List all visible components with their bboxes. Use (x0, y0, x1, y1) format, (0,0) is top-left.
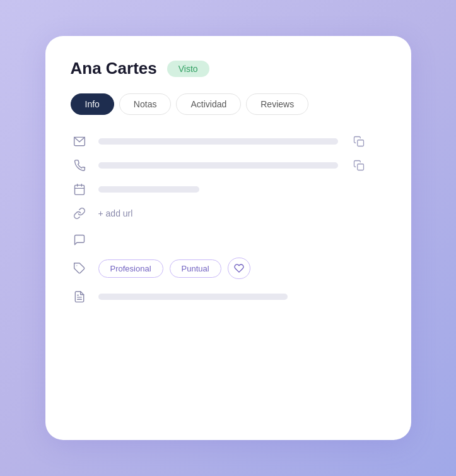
calendar-row (71, 183, 386, 196)
email-row (71, 135, 386, 148)
tab-reviews[interactable]: Reviews (246, 93, 308, 115)
tab-bar: Info Notas Actividad Reviews (71, 93, 386, 115)
phone-field (98, 162, 338, 169)
tag-profesional[interactable]: Profesional (98, 259, 163, 278)
comment-row (71, 231, 386, 246)
svg-rect-3 (74, 185, 84, 194)
email-copy-button[interactable] (353, 136, 365, 147)
document-field (98, 294, 288, 300)
email-icon (71, 135, 88, 148)
comment-field (98, 231, 386, 236)
phone-copy-button[interactable] (353, 160, 365, 171)
add-url-button[interactable]: + add url (98, 208, 133, 218)
tag-puntual[interactable]: Puntual (170, 259, 221, 278)
tag-icon (71, 262, 88, 275)
tab-actividad[interactable]: Actividad (176, 93, 241, 115)
url-row: + add url (71, 207, 386, 220)
status-badge: Visto (167, 61, 209, 77)
tag-add-button[interactable] (228, 258, 250, 279)
phone-row (71, 159, 386, 172)
tags-row: Profesional Puntual (71, 258, 386, 279)
email-field (98, 138, 338, 145)
tab-info[interactable]: Info (71, 93, 114, 115)
contact-name: Ana Cartes (71, 59, 157, 78)
document-row (71, 290, 386, 303)
comment-icon (71, 234, 88, 246)
profile-card: Ana Cartes Visto Info Notas Actividad Re… (45, 36, 411, 440)
calendar-icon (71, 183, 88, 196)
card-header: Ana Cartes Visto (71, 59, 386, 78)
phone-icon (71, 159, 88, 172)
document-icon (71, 290, 88, 303)
tab-notas[interactable]: Notas (119, 93, 172, 115)
svg-rect-2 (357, 164, 363, 170)
link-icon (71, 207, 88, 220)
svg-rect-1 (357, 140, 363, 146)
tags-list: Profesional Puntual (98, 258, 250, 279)
calendar-field (98, 186, 199, 193)
